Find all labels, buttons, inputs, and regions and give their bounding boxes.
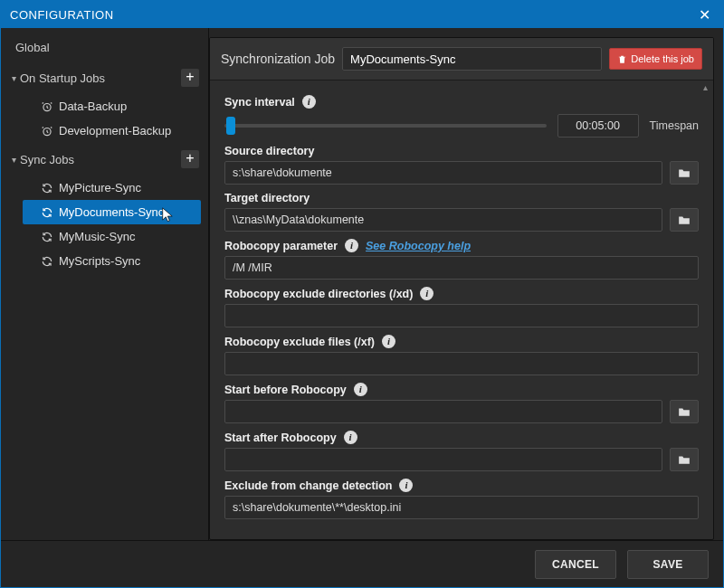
body: Global ▾ On Startup Jobs + Data-Backup — [1, 28, 723, 540]
sidebar-item-mydocuments[interactable]: MyDocuments-Sync — [23, 200, 201, 224]
sync-icon — [41, 206, 53, 219]
sidebar-item-dev-backup[interactable]: Development-Backup — [23, 119, 201, 143]
folder-icon — [678, 167, 691, 178]
close-icon[interactable]: ✕ — [695, 6, 715, 24]
start-after-input[interactable] — [224, 448, 662, 471]
sidebar-item-myscripts[interactable]: MyScripts-Sync — [23, 249, 201, 273]
label-text: Robocopy exclude directories (/xd) — [224, 288, 413, 300]
info-icon[interactable]: i — [344, 431, 357, 444]
delete-button-label: Delete this job — [631, 53, 694, 64]
add-startup-job-button[interactable]: + — [181, 69, 199, 87]
folder-icon — [678, 406, 691, 417]
label-text: Source directory — [224, 145, 314, 157]
sidebar-item-label: MyPicture-Sync — [59, 181, 141, 194]
label-text: Start after Robocopy — [224, 432, 337, 444]
sync-icon — [41, 255, 53, 268]
sidebar-item-label: Development-Backup — [59, 124, 171, 138]
browse-target-button[interactable] — [670, 208, 699, 232]
chevron-down-icon: ▾ — [12, 73, 16, 83]
label-target-dir: Target directory — [224, 192, 699, 204]
sync-interval-time[interactable]: 00:05:00 — [557, 114, 639, 138]
sidebar-sync-items: MyPicture-Sync MyDocuments-Sync MyMus — [23, 175, 201, 273]
browse-start-after-button[interactable] — [670, 448, 699, 471]
sidebar-group-header-sync[interactable]: ▾ Sync Jobs + — [10, 145, 201, 174]
main-header: Synchronization Job Delete this job — [210, 38, 713, 81]
browse-source-button[interactable] — [670, 161, 699, 185]
label-text: Target directory — [224, 192, 310, 204]
info-icon[interactable]: i — [302, 95, 316, 109]
exclude-change-input[interactable] — [224, 496, 699, 519]
label-start-after: Start after Robocopy i — [224, 431, 699, 444]
sync-interval-slider[interactable] — [224, 117, 547, 135]
cancel-button[interactable]: CANCEL — [535, 550, 616, 579]
sidebar-group-sync: ▾ Sync Jobs + MyPicture-Sync — [10, 145, 201, 273]
info-icon[interactable]: i — [345, 239, 358, 252]
window-title: CONFIGURATION — [10, 8, 114, 22]
info-icon[interactable]: i — [420, 287, 433, 300]
sidebar-item-label: MyScripts-Sync — [59, 254, 140, 268]
label-text: Robocopy exclude files (/xf) — [224, 336, 375, 348]
label-robocopy-param: Robocopy parameter i See Robocopy help — [224, 239, 699, 252]
chevron-down-icon: ▾ — [12, 155, 16, 165]
label-exclude-files: Robocopy exclude files (/xf) i — [224, 335, 699, 348]
delete-job-button[interactable]: Delete this job — [609, 48, 702, 70]
label-sync-interval: Sync interval i — [224, 95, 699, 109]
label-exclude-change: Exclude from change detection i — [224, 479, 699, 492]
robocopy-help-link[interactable]: See Robocopy help — [366, 240, 471, 252]
sync-icon — [41, 182, 53, 194]
add-sync-job-button[interactable]: + — [181, 150, 199, 168]
info-icon[interactable]: i — [382, 335, 395, 348]
trash-icon — [617, 54, 627, 64]
scroll-up-icon[interactable]: ▴ — [703, 82, 708, 92]
sidebar: Global ▾ On Startup Jobs + Data-Backup — [1, 28, 209, 540]
config-window: CONFIGURATION ✕ Global ▾ On Startup Jobs… — [0, 0, 724, 588]
source-dir-input[interactable] — [224, 161, 662, 185]
sidebar-global[interactable]: Global — [10, 37, 201, 62]
exclude-dirs-input[interactable] — [224, 304, 699, 327]
label-text: Robocopy parameter — [224, 240, 338, 252]
label-exclude-dirs: Robocopy exclude directories (/xd) i — [224, 287, 699, 300]
form-area: ▴ Sync interval i 00:05:00 Timespan S — [210, 81, 713, 539]
footer: CANCEL SAVE — [1, 540, 723, 587]
sidebar-item-mymusic[interactable]: MyMusic-Sync — [23, 224, 201, 249]
alarm-icon — [41, 125, 53, 138]
sidebar-group-label: Sync Jobs — [20, 153, 181, 166]
label-text: Start before Robocopy — [224, 384, 347, 396]
label-source-dir: Source directory — [224, 145, 699, 157]
sidebar-group-header-startup[interactable]: ▾ On Startup Jobs + — [10, 63, 201, 92]
sidebar-item-label: MyDocuments-Sync — [59, 205, 164, 219]
save-button[interactable]: SAVE — [627, 550, 709, 579]
folder-icon — [678, 454, 691, 465]
sidebar-item-label: MyMusic-Sync — [59, 230, 136, 243]
label-start-before: Start before Robocopy i — [224, 383, 699, 396]
start-before-input[interactable] — [224, 400, 662, 423]
exclude-files-input[interactable] — [224, 352, 699, 375]
slider-thumb[interactable] — [226, 117, 235, 135]
info-icon[interactable]: i — [399, 479, 413, 492]
info-icon[interactable]: i — [354, 383, 367, 396]
alarm-icon — [41, 100, 53, 113]
label-text: Exclude from change detection — [224, 479, 392, 492]
robocopy-param-input[interactable] — [224, 256, 699, 280]
sidebar-startup-items: Data-Backup Development-Backup — [23, 94, 201, 143]
sidebar-item-data-backup[interactable]: Data-Backup — [23, 94, 201, 119]
folder-icon — [678, 214, 691, 225]
titlebar: CONFIGURATION ✕ — [1, 1, 723, 28]
main-panel: Synchronization Job Delete this job ▴ Sy… — [209, 37, 714, 540]
sync-icon — [41, 231, 53, 243]
timespan-label: Timespan — [650, 119, 699, 132]
job-name-input[interactable] — [342, 47, 602, 71]
sidebar-item-label: Data-Backup — [59, 100, 127, 113]
sidebar-group-label: On Startup Jobs — [20, 71, 181, 85]
sidebar-item-mypicture[interactable]: MyPicture-Sync — [23, 175, 201, 200]
label-text: Sync interval — [224, 96, 295, 109]
browse-start-before-button[interactable] — [670, 400, 699, 423]
target-dir-input[interactable] — [224, 208, 662, 232]
job-section-label: Synchronization Job — [221, 52, 335, 66]
sidebar-group-startup: ▾ On Startup Jobs + Data-Backup — [10, 63, 201, 143]
slider-track — [224, 124, 547, 128]
